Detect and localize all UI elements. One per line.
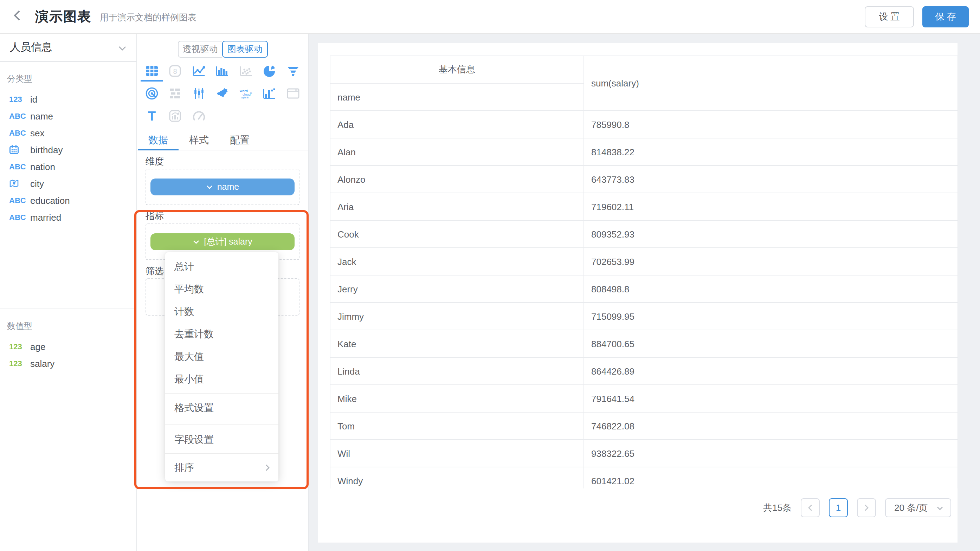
name-cell: Cook xyxy=(330,220,584,248)
abc-icon: ABC xyxy=(9,213,26,221)
result-table: 基本信息 sum(salary) name Ada 785990.8 Al xyxy=(330,56,958,489)
svg-text:BI: BI xyxy=(250,92,252,94)
name-cell: Jimmy xyxy=(330,303,584,330)
app: 演示图表 用于演示文档的样例图表 设 置 保 存 人员信息 分类型 123 id… xyxy=(0,0,980,551)
measure-pill[interactable]: [总计] salary xyxy=(150,233,294,250)
dimension-dropzone[interactable]: name xyxy=(146,169,299,205)
page-number-button[interactable]: 1 xyxy=(829,498,848,517)
line-chart-icon[interactable] xyxy=(191,63,207,79)
chart-canvas: 基本信息 sum(salary) name Ada 785990.8 Al xyxy=(309,34,980,551)
dataset-selector[interactable]: 人员信息 xyxy=(0,34,136,62)
menu-item[interactable]: 平均数 xyxy=(165,278,278,300)
gauge-chart-icon[interactable] xyxy=(191,108,207,124)
menu-item[interactable]: 总计 xyxy=(165,255,278,278)
dataset-sidebar: 人员信息 分类型 123 id ABC name ABC sex xyxy=(0,34,137,551)
numeric-fields-section: 数值型 123 age 123 salary xyxy=(0,308,136,551)
field-item[interactable]: ABC married xyxy=(0,209,136,225)
page-size-select[interactable]: 20 条/页 xyxy=(885,498,951,517)
chevron-left-icon xyxy=(808,502,813,514)
table-row: Mike 791641.54 xyxy=(330,385,958,412)
funnel-chart-icon[interactable] xyxy=(285,63,301,79)
svg-text:T: T xyxy=(148,109,156,123)
table-row: Windy 601421.02 xyxy=(330,467,958,489)
name-cell: Linda xyxy=(330,357,584,385)
counter-chart-icon[interactable]: 8 xyxy=(168,63,183,79)
value-cell: 601421.02 xyxy=(584,467,958,489)
table-row: Tom 746822.08 xyxy=(330,412,958,440)
name-cell: Windy xyxy=(330,467,584,489)
config-panel: 透视驱动 图表驱动 8 xyxy=(137,34,309,551)
field-item[interactable]: 123 id xyxy=(0,91,136,108)
name-cell: Alan xyxy=(330,138,584,165)
table-row: Wil 938322.65 xyxy=(330,440,958,467)
field-item[interactable]: city xyxy=(0,175,136,192)
name-cell: Kate xyxy=(330,330,584,357)
calendar-icon xyxy=(9,145,26,155)
pagination: 共15条 1 20 条/页 xyxy=(763,498,951,517)
value-cell: 808498.8 xyxy=(584,275,958,303)
table-chart-icon[interactable] xyxy=(144,63,159,79)
menu-item[interactable]: 最大值 xyxy=(165,345,278,368)
mix-chart-icon[interactable] xyxy=(168,108,183,124)
tab-chart-drive[interactable]: 图表驱动 xyxy=(222,41,267,58)
back-button[interactable] xyxy=(11,8,28,25)
tab-style[interactable]: 样式 xyxy=(178,130,220,150)
abc-icon: ABC xyxy=(9,162,26,171)
table-info-chart-icon[interactable] xyxy=(168,86,183,101)
field-item[interactable]: ABC education xyxy=(0,192,136,209)
save-button[interactable]: 保 存 xyxy=(922,6,969,27)
scatter-chart-icon[interactable] xyxy=(238,63,254,79)
next-page-button[interactable] xyxy=(857,498,876,517)
chevron-down-icon xyxy=(206,182,213,192)
waterfall-chart-icon[interactable] xyxy=(262,86,277,101)
abc-icon: ABC xyxy=(9,196,26,205)
menu-item[interactable]: 去重计数 xyxy=(165,322,278,345)
value-cell: 814838.22 xyxy=(584,138,958,165)
name-cell: Ada xyxy=(330,111,584,138)
field-item[interactable]: 123 age xyxy=(0,338,136,355)
name-cell: Alonzo xyxy=(330,165,584,193)
chart-card: 基本信息 sum(salary) name Ada 785990.8 Al xyxy=(318,43,958,543)
tab-data[interactable]: 数据 xyxy=(138,130,178,150)
value-cell: 791641.54 xyxy=(584,385,958,412)
rich-text-chart-icon[interactable]: T xyxy=(144,108,159,124)
dimension-pill[interactable]: name xyxy=(150,178,294,195)
radar-chart-icon[interactable] xyxy=(144,86,159,101)
table-row: Jerry 808498.8 xyxy=(330,275,958,303)
field-item[interactable]: ABC nation xyxy=(0,158,136,175)
value-cell: 884700.65 xyxy=(584,330,958,357)
field-item[interactable]: ABC sex xyxy=(0,124,136,141)
menu-item[interactable]: 计数 xyxy=(165,300,278,322)
main-area: 人员信息 分类型 123 id ABC name ABC sex xyxy=(0,34,980,551)
value-cell: 702653.99 xyxy=(584,248,958,275)
name-cell: Jerry xyxy=(330,275,584,303)
bar-chart-icon[interactable] xyxy=(215,63,230,79)
svg-text:agile Bi: agile Bi xyxy=(241,96,248,99)
table-row: Jimmy 715099.95 xyxy=(330,303,958,330)
page-title: 演示图表 xyxy=(35,7,91,25)
field-item[interactable]: 123 salary xyxy=(0,355,136,372)
menu-item[interactable]: 最小值 xyxy=(165,368,278,390)
field-item[interactable]: ABC name xyxy=(0,108,136,124)
value-cell: 746822.08 xyxy=(584,412,958,440)
table-row: Kate 884700.65 xyxy=(330,330,958,357)
section-label: 数值型 xyxy=(0,315,136,338)
china-map-chart-icon[interactable] xyxy=(215,86,230,101)
field-item[interactable]: birthday xyxy=(0,141,136,158)
name-cell: Tom xyxy=(330,412,584,440)
aggregation-menu: 总计平均数计数去重计数最大值最小值 格式设置 字段设置 排序 xyxy=(165,252,278,481)
pie-chart-icon[interactable] xyxy=(262,63,277,79)
word-cloud-chart-icon[interactable]: wordcloudagile BiBI xyxy=(238,86,254,101)
candlestick-chart-icon[interactable] xyxy=(191,86,207,101)
tab-pivot-drive[interactable]: 透视驱动 xyxy=(178,41,222,58)
svg-text:8: 8 xyxy=(173,67,177,75)
prev-page-button[interactable] xyxy=(801,498,820,517)
table-row: Aria 719602.11 xyxy=(330,193,958,220)
tab-config[interactable]: 配置 xyxy=(220,130,260,150)
iframe-chart-icon[interactable] xyxy=(285,86,301,101)
menu-item-field[interactable]: 字段设置 xyxy=(165,424,278,453)
name-cell: Aria xyxy=(330,193,584,220)
settings-button[interactable]: 设 置 xyxy=(865,6,914,27)
menu-item-format[interactable]: 格式设置 xyxy=(165,393,278,422)
menu-item-sort[interactable]: 排序 xyxy=(165,453,278,481)
